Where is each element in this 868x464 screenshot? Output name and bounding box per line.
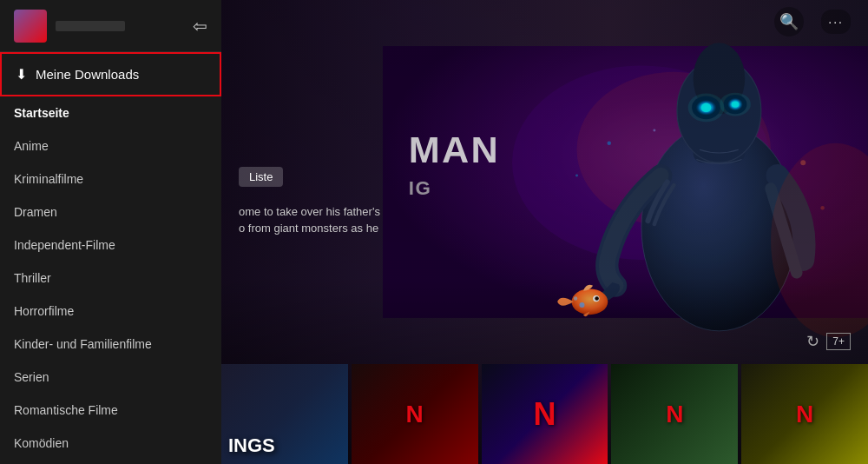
sidebar-item-serien[interactable]: Serien <box>0 361 221 394</box>
sidebar-item-thriller[interactable]: Thriller <box>0 262 221 295</box>
thumbnail-4[interactable]: N <box>611 364 738 464</box>
hero-content: Liste ome to take over his father's o fr… <box>239 43 851 360</box>
thumbnail-2[interactable]: N <box>352 364 478 464</box>
sidebar-item-horrorfilme[interactable]: Horrorfilme <box>0 295 221 328</box>
sidebar-header: ⇦ <box>0 0 221 52</box>
thumbnail-1[interactable]: INGS <box>221 364 348 464</box>
hero-badge: Liste <box>239 167 283 187</box>
thumb-5-netflix-logo: N <box>796 401 813 428</box>
sidebar-item-dramen[interactable]: Dramen <box>0 196 221 229</box>
sidebar-item-startseite[interactable]: Startseite <box>0 96 221 129</box>
app-container: ⇦ ⬇ Meine Downloads Startseite Anime Kri… <box>0 0 868 464</box>
sidebar-item-anime[interactable]: Anime <box>0 129 221 162</box>
hero-description: ome to take over his father's o from gia… <box>239 204 542 235</box>
sidebar-item-kriminalfilme[interactable]: Kriminalfilme <box>0 162 221 196</box>
download-icon: ⬇ <box>16 66 27 83</box>
downloads-item[interactable]: ⬇ Meine Downloads <box>0 52 221 96</box>
more-options-icon[interactable]: ··· <box>821 10 851 34</box>
thumbnail-3[interactable]: N <box>482 364 608 464</box>
sidebar-item-kinder[interactable]: Kinder- und Familienfilme <box>0 328 221 361</box>
top-bar: 🔍 ··· <box>221 0 868 43</box>
profile-area <box>14 10 125 43</box>
thumbnail-5[interactable]: N <box>741 364 868 464</box>
thumb-4-netflix-logo: N <box>666 401 683 428</box>
avatar <box>14 10 47 43</box>
nav-section: Startseite Anime Kriminalfilme Dramen In… <box>0 96 221 464</box>
sidebar-item-romantische[interactable]: Romantische Filme <box>0 394 221 427</box>
sidebar-item-komodien[interactable]: Komödien <box>0 427 221 460</box>
thumbnail-strip: INGS N N N N <box>221 364 868 464</box>
search-icon[interactable]: 🔍 <box>774 7 804 36</box>
profile-name-placeholder <box>56 21 125 31</box>
thumb-3-netflix-logo: N <box>533 396 556 433</box>
sidebar: ⇦ ⬇ Meine Downloads Startseite Anime Kri… <box>0 0 221 464</box>
main-content: MAN IG 🔍 ··· Liste ome to take over his … <box>221 0 868 464</box>
thumb-2-netflix-logo: N <box>406 401 424 428</box>
thumb-1-label: INGS <box>228 434 341 457</box>
back-icon[interactable]: ⇦ <box>193 16 207 36</box>
downloads-label: Meine Downloads <box>36 67 139 82</box>
sidebar-item-independent[interactable]: Independent-Filme <box>0 229 221 262</box>
